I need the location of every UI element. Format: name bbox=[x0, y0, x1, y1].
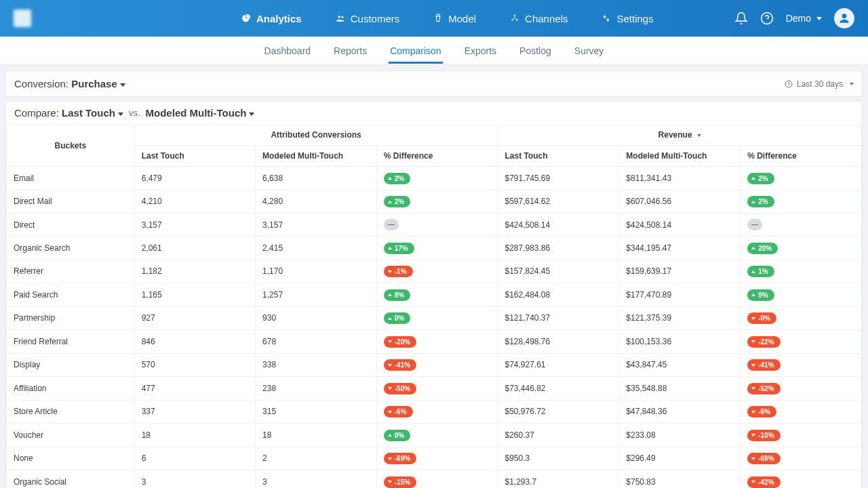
col-last-touch[interactable]: Last Touch bbox=[134, 146, 255, 167]
arrow-down-icon bbox=[751, 481, 755, 483]
conv-last-touch: 18 bbox=[134, 424, 255, 447]
logo[interactable] bbox=[14, 9, 31, 27]
rev-last-touch: $1,293.7 bbox=[498, 470, 619, 489]
table-row: None62 -69%$950.3$296.49 -69% bbox=[7, 447, 862, 470]
chevron-down-icon bbox=[118, 113, 123, 116]
rev-diff: 20% bbox=[741, 237, 862, 260]
diff-badge: 2% bbox=[384, 173, 410, 184]
nav-item-customers[interactable]: Customers bbox=[336, 13, 400, 24]
diff-badge: 20% bbox=[747, 243, 778, 254]
col-group-conversions[interactable]: Attributed Conversions bbox=[134, 125, 498, 146]
rev-mmt: $100,153.36 bbox=[619, 330, 741, 354]
svg-point-9 bbox=[842, 14, 847, 18]
rev-last-touch: $424,508.14 bbox=[498, 214, 619, 237]
arrow-down-icon bbox=[751, 364, 755, 367]
bucket-cell: Paid Search bbox=[7, 283, 135, 307]
arrow-down-icon bbox=[751, 317, 755, 320]
conv-mmt: 315 bbox=[256, 400, 377, 424]
rev-mmt: $43,847.45 bbox=[619, 353, 741, 377]
bucket-cell: Friend Referral bbox=[7, 330, 135, 354]
diff-badge: — bbox=[384, 219, 399, 230]
subnav-dashboard[interactable]: Dashboard bbox=[263, 38, 313, 64]
conv-diff: -50% bbox=[376, 377, 498, 401]
svg-point-2 bbox=[514, 15, 515, 16]
comparison-table: Buckets Attributed Conversions Revenue L… bbox=[6, 124, 862, 488]
col-buckets[interactable]: Buckets bbox=[7, 125, 135, 167]
arrow-up-icon bbox=[751, 247, 755, 249]
nav-right: Demo bbox=[734, 8, 854, 28]
rev-mmt: $296.49 bbox=[619, 447, 741, 470]
arrow-down-icon bbox=[388, 481, 392, 483]
subnav-exports[interactable]: Exports bbox=[463, 38, 498, 64]
user-name: Demo bbox=[786, 13, 811, 24]
conv-diff: -69% bbox=[376, 447, 498, 470]
rev-diff: 2% bbox=[741, 167, 862, 190]
subnav-comparison[interactable]: Comparison bbox=[389, 38, 442, 64]
bucket-cell: Partnership bbox=[7, 306, 135, 330]
nav-item-channels[interactable]: Channels bbox=[510, 13, 568, 24]
arrow-down-icon bbox=[388, 458, 392, 460]
col-modeled-multi-touch[interactable]: Modeled Multi-Touch bbox=[619, 146, 741, 167]
conv-diff: 0% bbox=[376, 424, 498, 447]
bucket-cell: Organic Search bbox=[7, 237, 135, 260]
col-group-revenue[interactable]: Revenue bbox=[498, 125, 862, 146]
compare-b-selector[interactable]: Modeled Multi-Touch bbox=[146, 107, 255, 119]
nav-item-settings[interactable]: Settings bbox=[601, 13, 653, 24]
settings-icon bbox=[601, 14, 611, 23]
conversion-selector[interactable]: Conversion: Purchase bbox=[14, 78, 125, 89]
date-range-selector[interactable]: Last 30 days bbox=[785, 79, 854, 89]
conv-mmt: 6,638 bbox=[256, 167, 377, 190]
rev-last-touch: $121,740.37 bbox=[498, 306, 619, 330]
subnav-reports[interactable]: Reports bbox=[332, 38, 368, 64]
arrow-down-icon bbox=[388, 411, 392, 413]
rev-last-touch: $791,745.69 bbox=[498, 167, 619, 190]
subnav-survey[interactable]: Survey bbox=[573, 38, 606, 64]
conversion-panel: Conversion: Purchase Last 30 days bbox=[5, 70, 863, 97]
col--difference[interactable]: % Difference bbox=[376, 146, 498, 167]
compare-a-selector[interactable]: Compare: Last Touch bbox=[14, 107, 123, 119]
table-row: Affiliation477238 -50%$73,446.82$35,548.… bbox=[7, 377, 862, 401]
conv-mmt: 18 bbox=[256, 424, 377, 447]
bucket-cell: Organic Social bbox=[7, 470, 135, 489]
rev-diff: 1% bbox=[741, 260, 862, 283]
col--difference[interactable]: % Difference bbox=[741, 146, 862, 167]
bucket-cell: Affiliation bbox=[7, 377, 135, 401]
table-row: Store Article337315 -6%$50,976.72$47,848… bbox=[7, 400, 862, 424]
arrow-up-icon bbox=[751, 201, 755, 203]
avatar[interactable] bbox=[834, 8, 854, 28]
arrow-up-icon bbox=[388, 317, 392, 320]
nav-item-model[interactable]: Model bbox=[433, 13, 476, 24]
arrow-up-icon bbox=[388, 201, 392, 203]
col-last-touch[interactable]: Last Touch bbox=[498, 146, 619, 167]
bucket-cell: Referrer bbox=[7, 260, 135, 283]
rev-diff: -52% bbox=[741, 377, 862, 401]
diff-badge: -0% bbox=[747, 312, 776, 324]
conv-last-touch: 2,061 bbox=[134, 237, 255, 260]
nav-item-analytics[interactable]: Analytics bbox=[241, 13, 302, 24]
bucket-cell: None bbox=[7, 447, 135, 470]
arrow-down-icon bbox=[388, 364, 392, 367]
conv-mmt: 1,257 bbox=[256, 283, 377, 307]
conv-diff: -6% bbox=[376, 400, 498, 424]
rev-last-touch: $950.3 bbox=[498, 447, 619, 470]
col-modeled-multi-touch[interactable]: Modeled Multi-Touch bbox=[256, 146, 377, 167]
diff-badge: -52% bbox=[747, 383, 780, 394]
diff-badge: 2% bbox=[747, 173, 774, 184]
chevron-down-icon bbox=[249, 113, 254, 116]
conv-last-touch: 477 bbox=[134, 377, 255, 401]
svg-point-6 bbox=[607, 19, 610, 21]
subnav-postlog[interactable]: Postlog bbox=[518, 38, 553, 64]
table-row: Partnership927930 0%$121,740.37$121,375.… bbox=[7, 306, 862, 330]
bell-icon[interactable] bbox=[734, 12, 748, 25]
rev-diff: -22% bbox=[741, 330, 862, 354]
rev-mmt: $233.08 bbox=[619, 424, 741, 447]
help-icon[interactable] bbox=[760, 12, 774, 25]
diff-badge: -41% bbox=[747, 359, 780, 371]
diff-badge: -6% bbox=[384, 406, 413, 418]
bucket-cell: Direct Mail bbox=[7, 190, 135, 214]
bucket-cell: Store Article bbox=[7, 400, 135, 424]
user-menu[interactable]: Demo bbox=[786, 13, 822, 24]
chevron-down-icon bbox=[816, 17, 822, 20]
conv-mmt: 3 bbox=[256, 470, 377, 489]
conv-last-touch: 4,210 bbox=[134, 190, 255, 214]
